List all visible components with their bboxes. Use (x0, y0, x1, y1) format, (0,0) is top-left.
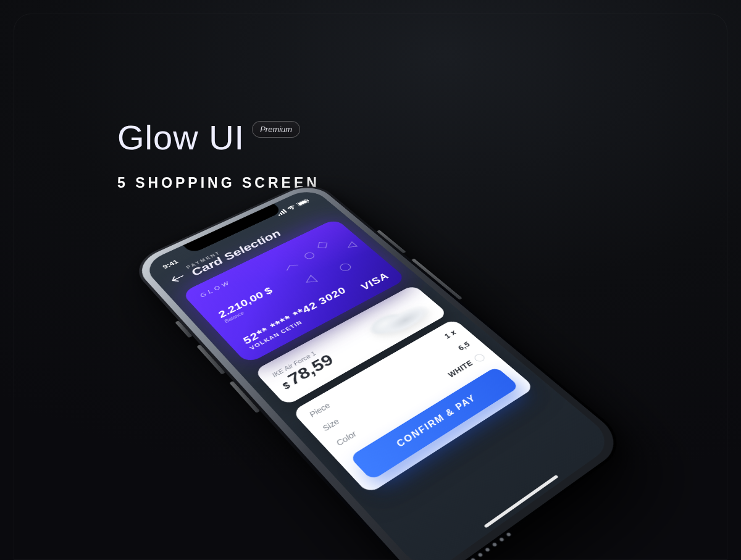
svg-rect-0 (278, 214, 280, 216)
product-price: 78,59 (283, 351, 337, 388)
svg-rect-1 (279, 212, 283, 215)
svg-rect-10 (318, 242, 327, 248)
option-row-color: Color WHITE (333, 353, 487, 448)
status-time: 9:41 (161, 259, 180, 270)
svg-point-8 (303, 251, 316, 260)
back-button[interactable] (167, 270, 189, 286)
phone-mockup: 9:41 PAYMENT (127, 179, 633, 560)
svg-marker-11 (346, 242, 358, 249)
battery-icon (296, 198, 310, 206)
arrow-left-icon (170, 273, 186, 283)
svg-rect-5 (298, 200, 308, 206)
currency-symbol: $ (280, 380, 292, 391)
product-name: Glow UI (117, 117, 245, 157)
option-row-size: Size 6,5 (320, 340, 472, 432)
wifi-icon (287, 204, 297, 211)
color-swatch-icon (472, 353, 487, 363)
